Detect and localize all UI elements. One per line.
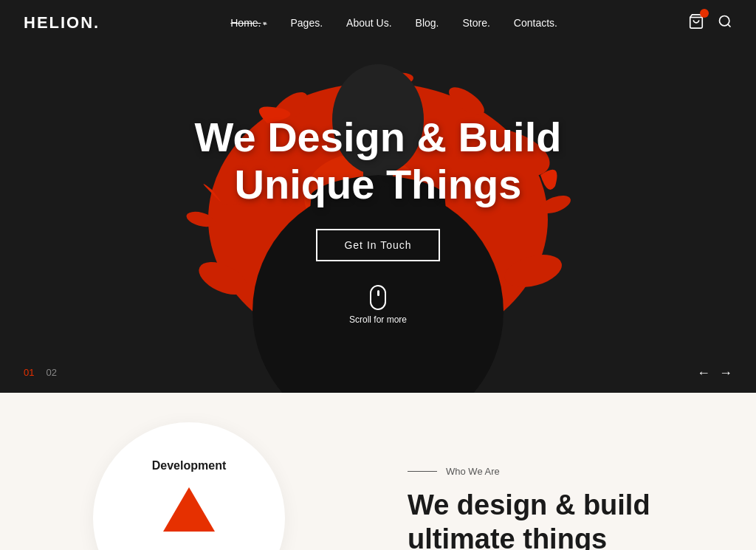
- site-header: HELION. Home. ▾ Pages. About Us. Blog. S…: [0, 0, 756, 46]
- mouse-icon: [370, 285, 386, 310]
- nav-store[interactable]: Store.: [462, 17, 489, 29]
- chevron-down-icon: ▾: [263, 19, 267, 27]
- hero-section: We Design & Build Unique Things Get In T…: [0, 46, 756, 393]
- nav-blog[interactable]: Blog.: [416, 17, 439, 29]
- slide-num-1[interactable]: 01: [24, 367, 34, 378]
- prev-arrow-button[interactable]: ←: [697, 365, 710, 381]
- next-arrow-button[interactable]: →: [719, 365, 732, 381]
- below-fold-section: Development Who We Are We design & build…: [0, 393, 756, 550]
- main-nav: Home. ▾ Pages. About Us. Blog. Store. Co…: [230, 17, 557, 29]
- dev-triangle-icon: [163, 487, 215, 532]
- mouse-dot: [377, 290, 379, 296]
- hero-title: We Design & Build Unique Things: [195, 114, 562, 209]
- nav-home[interactable]: Home. ▾: [230, 17, 267, 29]
- eyebrow-line: [408, 471, 437, 472]
- section-title: We design & build ultimate things: [408, 489, 726, 550]
- svg-line-2: [728, 24, 731, 27]
- nav-contacts[interactable]: Contacts.: [514, 17, 557, 29]
- dev-circle: Development: [93, 422, 285, 550]
- cta-button[interactable]: Get In Touch: [316, 229, 439, 261]
- cart-button[interactable]: [688, 13, 704, 33]
- eyebrow-text: Who We Are: [446, 466, 500, 477]
- hero-content: We Design & Build Unique Things Get In T…: [195, 114, 562, 326]
- svg-point-1: [720, 16, 729, 25]
- section-eyebrow: Who We Are: [408, 466, 726, 477]
- slide-num-2[interactable]: 02: [46, 367, 56, 378]
- below-right: Who We Are We design & build ultimate th…: [378, 393, 756, 550]
- cart-badge: [700, 9, 709, 18]
- search-button[interactable]: [718, 14, 732, 32]
- logo: HELION.: [24, 13, 100, 32]
- slide-indicators: 01 02: [24, 367, 57, 378]
- scroll-hint: Scroll for more: [349, 285, 407, 325]
- nav-about[interactable]: About Us.: [346, 17, 391, 29]
- scroll-label: Scroll for more: [349, 314, 407, 325]
- header-icons: [688, 13, 732, 33]
- slide-arrows: ← →: [697, 365, 732, 381]
- dev-label: Development: [152, 459, 226, 472]
- nav-pages[interactable]: Pages.: [290, 17, 323, 29]
- below-left: Development: [0, 393, 378, 550]
